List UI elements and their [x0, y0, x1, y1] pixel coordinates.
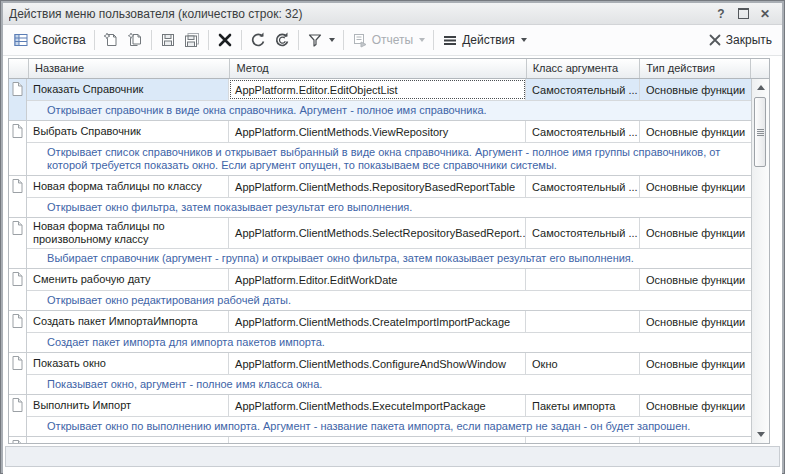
- cell-name[interactable]: Создать пакет ИмпортаИмпорта: [27, 311, 229, 332]
- close-window-button[interactable]: ✕: [754, 6, 776, 22]
- delete-button[interactable]: [213, 29, 237, 51]
- save-all-button[interactable]: [180, 29, 204, 51]
- document-icon: [12, 398, 23, 412]
- scroll-up-button[interactable]: [752, 79, 769, 96]
- copy-item-icon: [127, 32, 143, 48]
- row-main: Создать пакет ИмпортаИмпорта AppPlatform…: [27, 311, 751, 352]
- copy-item-button[interactable]: [123, 29, 147, 51]
- table-row[interactable]: Показать Справочник AppPlatform.Editor.E…: [9, 79, 751, 121]
- cell-action-type[interactable]: Основные функции: [640, 395, 751, 416]
- actions-menu-button[interactable]: Действия: [438, 30, 531, 50]
- row-main: Сменить рабочую дату AppPlatform.Editor.…: [27, 269, 751, 310]
- cell-action-type[interactable]: Основные функции: [640, 176, 751, 197]
- column-header-action-type[interactable]: Тип действия: [640, 59, 751, 78]
- row-data[interactable]: Показать Справочник AppPlatform.Editor.E…: [27, 79, 751, 101]
- cell-method[interactable]: AppPlatform.ClientMethods.ExecuteImportP…: [229, 395, 526, 416]
- cell-name[interactable]: Показать Справочник: [27, 79, 229, 100]
- column-header-name[interactable]: Название: [29, 59, 230, 78]
- cell-name[interactable]: Выполнить Экспорт: [27, 437, 229, 443]
- scroll-down-icon: [757, 432, 765, 437]
- row-data[interactable]: Сменить рабочую дату AppPlatform.Editor.…: [27, 269, 751, 291]
- row-data[interactable]: Показать окно AppPlatform.ClientMethods.…: [27, 353, 751, 375]
- table-row[interactable]: Выполнить Импорт AppPlatform.ClientMetho…: [9, 395, 751, 437]
- cell-method[interactable]: AppPlatform.ClientMethods.ViewRepository: [229, 121, 526, 142]
- document-icon: [12, 272, 23, 286]
- cell-arg-class[interactable]: [526, 311, 640, 332]
- cell-action-type[interactable]: Основные функции: [640, 311, 751, 332]
- new-item-icon: [103, 32, 119, 48]
- cell-arg-class[interactable]: Окно: [526, 353, 640, 374]
- cell-action-type[interactable]: Основные функции: [640, 353, 751, 374]
- cell-method[interactable]: AppPlatform.ClientMethods.CreateImportIm…: [229, 311, 526, 332]
- reports-button[interactable]: Отчеты: [348, 29, 429, 51]
- cell-name[interactable]: Сменить рабочую дату: [27, 269, 229, 290]
- cell-arg-class[interactable]: Самостоятельный ...: [526, 176, 640, 197]
- row-data[interactable]: Новая форма таблицы по классу AppPlatfor…: [27, 176, 751, 198]
- row-description: Открывает окно фильтра, затем показывает…: [27, 198, 751, 217]
- table-row[interactable]: Создать пакет ИмпортаИмпорта AppPlatform…: [9, 311, 751, 353]
- cell-arg-class[interactable]: Самостоятельный ...: [526, 79, 640, 100]
- bottom-panel: [5, 446, 780, 467]
- cell-name[interactable]: Новая форма таблицы по классу: [27, 176, 229, 197]
- row-data[interactable]: Выполнить Импорт AppPlatform.ClientMetho…: [27, 395, 751, 417]
- app-window: Действия меню пользователя (количество с…: [0, 0, 785, 474]
- column-header-icon[interactable]: [9, 59, 29, 78]
- row-data[interactable]: Выбрать Справочник AppPlatform.ClientMet…: [27, 121, 751, 143]
- table-body: Показать Справочник AppPlatform.Editor.E…: [9, 79, 751, 443]
- cell-name[interactable]: Выбрать Справочник: [27, 121, 229, 142]
- table-row[interactable]: Новая форма таблицы по классу AppPlatfor…: [9, 176, 751, 218]
- row-data[interactable]: Создать пакет ИмпортаИмпорта AppPlatform…: [27, 311, 751, 333]
- scroll-down-button[interactable]: [752, 426, 769, 443]
- cell-action-type[interactable]: Основные функции: [640, 437, 751, 443]
- cell-method[interactable]: AppPlatform.ClientMethods.ExecuteExportP…: [229, 437, 526, 443]
- cell-action-type[interactable]: Основные функции: [640, 79, 751, 100]
- new-item-button[interactable]: [99, 29, 123, 51]
- refresh-all-button[interactable]: [270, 29, 294, 51]
- help-button[interactable]: ?: [710, 6, 732, 22]
- toolbar-separator: [433, 30, 434, 50]
- cell-method[interactable]: AppPlatform.ClientMethods.RepositoryBase…: [229, 176, 526, 197]
- table-row[interactable]: Сменить рабочую дату AppPlatform.Editor.…: [9, 269, 751, 311]
- cell-name[interactable]: Показать окно: [27, 353, 229, 374]
- cell-action-type[interactable]: Основные функции: [640, 218, 751, 248]
- row-description: Создает пакет импорта для импорта пакето…: [27, 333, 751, 352]
- refresh-button[interactable]: [246, 29, 270, 51]
- cell-name[interactable]: Новая форма таблицы по произвольному кла…: [27, 218, 229, 248]
- cell-action-type[interactable]: Основные функции: [640, 269, 751, 290]
- cell-name[interactable]: Выполнить Импорт: [27, 395, 229, 416]
- thumb-grip: [757, 131, 764, 132]
- filter-button[interactable]: [303, 29, 339, 51]
- row-data[interactable]: Выполнить Экспорт AppPlatform.ClientMeth…: [27, 437, 751, 443]
- window-title: Действия меню пользователя (количество с…: [9, 7, 710, 21]
- row-data[interactable]: Новая форма таблицы по произвольному кла…: [27, 218, 751, 249]
- cell-arg-class[interactable]: [526, 269, 640, 290]
- cell-arg-class[interactable]: Самостоятельный ...: [526, 218, 640, 248]
- cell-arg-class[interactable]: Пакеты импорта: [526, 437, 640, 443]
- close-button[interactable]: Закрыть: [704, 30, 776, 50]
- table-row[interactable]: Выполнить Экспорт AppPlatform.ClientMeth…: [9, 437, 751, 443]
- cell-method[interactable]: AppPlatform.ClientMethods.SelectReposito…: [229, 218, 526, 248]
- properties-button[interactable]: Свойства: [9, 29, 90, 51]
- filter-dropdown-arrow[interactable]: [329, 38, 335, 42]
- cell-arg-class[interactable]: Самостоятельный ...: [526, 121, 640, 142]
- cell-method[interactable]: AppPlatform.Editor.EditWorkDate: [229, 269, 526, 290]
- cell-method[interactable]: AppPlatform.ClientMethods.ConfigureAndSh…: [229, 353, 526, 374]
- table-row[interactable]: Новая форма таблицы по произвольному кла…: [9, 218, 751, 269]
- toolbar-separator: [241, 30, 242, 50]
- vertical-scrollbar[interactable]: [751, 79, 769, 443]
- column-header-method[interactable]: Метод: [230, 59, 526, 78]
- table-row[interactable]: Показать окно AppPlatform.ClientMethods.…: [9, 353, 751, 395]
- cell-arg-class[interactable]: Пакеты импорта: [526, 395, 640, 416]
- row-main: Показать окно AppPlatform.ClientMethods.…: [27, 353, 751, 394]
- scrollbar-thumb[interactable]: [754, 97, 766, 167]
- maximize-button[interactable]: [732, 6, 754, 22]
- thumb-grip: [757, 135, 764, 136]
- cell-method[interactable]: AppPlatform.Editor.EditObjectList: [229, 79, 526, 100]
- filter-icon: [307, 32, 323, 48]
- cell-action-type[interactable]: Основные функции: [640, 121, 751, 142]
- row-icon-cell: [9, 176, 27, 217]
- save-button[interactable]: [156, 29, 180, 51]
- thumb-grip: [757, 129, 764, 130]
- table-row[interactable]: Выбрать Справочник AppPlatform.ClientMet…: [9, 121, 751, 176]
- column-header-arg-class[interactable]: Класс аргумента: [527, 59, 641, 78]
